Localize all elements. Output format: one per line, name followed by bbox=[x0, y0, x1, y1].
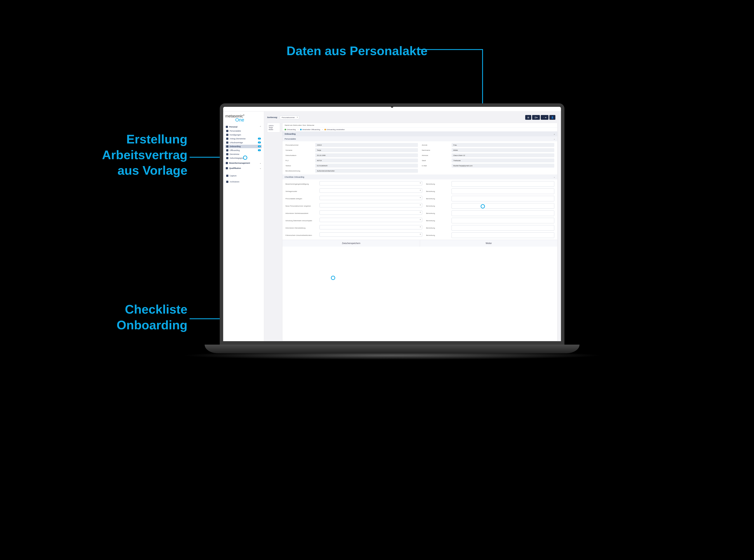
chk-note-4[interactable] bbox=[452, 211, 554, 216]
chk-label-6: Informieren Dienststellung bbox=[285, 225, 316, 231]
label-anrede: Anrede bbox=[422, 143, 448, 147]
sidebar-group-bewerber[interactable]: Bewerbermanagement ⌄ bbox=[225, 160, 262, 165]
chk-select-3[interactable] bbox=[319, 203, 422, 207]
label-personalnummer: Personalnummer bbox=[285, 143, 311, 147]
sidebar-item-personalakte[interactable]: Personalakte bbox=[225, 129, 262, 133]
sidebar-item-dienstreise[interactable]: Dienstreise bbox=[225, 153, 262, 156]
section-onboarding[interactable]: Onboarding⌄ bbox=[282, 132, 557, 136]
annotation-left: Erstellung Arbeitsvertrag aus Vorlage bbox=[67, 132, 187, 178]
chk-select-0[interactable] bbox=[319, 181, 422, 185]
sidebar-group-qualifikation[interactable]: Qualifikation ⌄ bbox=[225, 165, 262, 170]
input-personalnummer[interactable]: 22619 bbox=[315, 143, 418, 147]
chk-select-2[interactable] bbox=[319, 196, 422, 200]
menu-icon bbox=[226, 162, 228, 164]
side-handle-edit[interactable]: ✎ bbox=[561, 120, 564, 123]
toolbar-button-user[interactable]: 👤 bbox=[549, 115, 555, 120]
callout-circle-bottom bbox=[331, 276, 335, 280]
toolbar-button-list[interactable]: ☰▾ bbox=[532, 115, 540, 120]
label-vorname: Vorname bbox=[285, 148, 311, 152]
input-nachname[interactable]: Müller bbox=[452, 148, 554, 152]
capture-icon bbox=[226, 175, 229, 177]
chk-note-2[interactable] bbox=[452, 196, 554, 201]
chk-note-label-0: Bemerkung bbox=[426, 181, 448, 187]
chk-note-label-1: Bemerkung bbox=[426, 188, 448, 194]
input-anrede[interactable]: Frau bbox=[452, 143, 554, 147]
sidebar-item-onboarding[interactable]: Onboarding2 bbox=[225, 145, 262, 148]
sidebar-item-dienstreise-antrag[interactable]: Antrag Dienstreise1 bbox=[225, 137, 262, 140]
label-adresse: Adresse bbox=[422, 153, 448, 157]
label-nachname: Nachname bbox=[422, 148, 448, 152]
chk-note-0[interactable] bbox=[452, 181, 554, 187]
section-checklist[interactable]: Checkliste Onboarding⌄ bbox=[282, 175, 557, 179]
input-vorname[interactable]: Tanja bbox=[315, 148, 418, 152]
input-beruf[interactable]: Außendienstmitarbeiter bbox=[315, 169, 418, 173]
chk-note-1[interactable] bbox=[452, 188, 554, 194]
callout-circle-left bbox=[243, 156, 247, 160]
label-geburtsdatum: Geburtsdatum bbox=[285, 153, 311, 157]
menu-icon bbox=[226, 167, 228, 169]
chk-note-label-3: Bemerkung bbox=[426, 203, 448, 209]
chk-select-7[interactable] bbox=[319, 233, 422, 237]
badge: 1 bbox=[258, 138, 261, 140]
record-tag[interactable]: 22619 Tanja Müller bbox=[267, 123, 280, 133]
chk-select-5[interactable] bbox=[319, 218, 422, 222]
sidebar-item-urlaub[interactable]: Urlaubsanträge4 bbox=[225, 141, 262, 144]
chk-note-7[interactable] bbox=[452, 233, 554, 238]
toolbar-button-grid[interactable]: ⊞ bbox=[525, 115, 531, 120]
input-email[interactable]: MuellerTanja@ymail.com bbox=[452, 164, 554, 167]
input-adresse[interactable]: Claus-Ulsen 12 bbox=[452, 153, 554, 157]
main-header: Sortierung: Personalnummer ⊞ ☰▾ ⋯▾ 👤 bbox=[264, 114, 557, 121]
sidebar-item-archivieren[interactable]: Archivieren bbox=[225, 180, 262, 183]
label-plz: PLZ bbox=[285, 159, 311, 162]
sidebar-item-capture[interactable]: Capture bbox=[225, 174, 262, 178]
annotation-top: Daten aus Personalakte bbox=[286, 43, 428, 59]
input-stadt[interactable]: Theilsolar bbox=[452, 159, 554, 162]
sidebar-item-kuendigungen[interactable]: Kündigungen bbox=[225, 133, 262, 137]
chk-note-label-7: Bemerkung bbox=[426, 233, 448, 238]
calendar-icon bbox=[226, 141, 229, 144]
chk-label-1: Vertragsmuster bbox=[285, 188, 316, 194]
archive-icon bbox=[226, 181, 229, 183]
input-geburtsdatum[interactable]: 20.10.1990 bbox=[315, 153, 418, 157]
side-handle-status[interactable] bbox=[561, 124, 564, 127]
breadcrumb: Onboarding → Verarbeiter Offboarding → O… bbox=[282, 128, 557, 132]
dot-icon bbox=[300, 129, 302, 130]
save-button[interactable]: Zwischenspeichern bbox=[282, 240, 420, 247]
menu-icon bbox=[226, 126, 228, 128]
section-personalakte[interactable]: Personalakte⌄ bbox=[282, 136, 557, 141]
dot-icon bbox=[284, 129, 286, 130]
chk-note-3[interactable] bbox=[452, 203, 554, 209]
chk-note-label-4: Bemerkung bbox=[426, 211, 448, 216]
sort-label: Sortierung: bbox=[267, 116, 278, 118]
checklist-grid: Bewerbereingangsbestätigung Bemerkung Ve… bbox=[282, 179, 557, 240]
person-icon bbox=[226, 130, 229, 132]
sidebar: metasonic® One Personal ⌃ Personalakte K… bbox=[223, 112, 264, 341]
label-stadt: Stadt bbox=[422, 159, 448, 162]
chk-label-4: Informieren Vertriebsassistent bbox=[285, 211, 316, 216]
toolbar-button-menu[interactable]: ⋯▾ bbox=[541, 115, 549, 120]
label-beruf: Berufsbezeichnung bbox=[285, 169, 311, 173]
doc-icon bbox=[226, 134, 229, 136]
panel-header: Startet als Elektroniker Stok: Metasolar bbox=[282, 123, 557, 128]
chk-note-label-5: Bemerkung bbox=[426, 218, 448, 223]
input-plz[interactable]: 40719 bbox=[315, 159, 418, 162]
chk-select-4[interactable] bbox=[319, 211, 422, 215]
chk-note-5[interactable] bbox=[452, 218, 554, 223]
chk-note-6[interactable] bbox=[452, 225, 554, 231]
label-telefon: Telefon bbox=[285, 164, 311, 167]
offboard-icon bbox=[226, 149, 229, 152]
chk-select-1[interactable] bbox=[319, 188, 422, 193]
label-email: E-Mail bbox=[422, 164, 448, 167]
laptop-mockup: metasonic® One Personal ⌃ Personalakte K… bbox=[220, 103, 564, 345]
badge: 2 bbox=[258, 145, 261, 147]
chk-select-6[interactable] bbox=[319, 225, 422, 229]
next-button[interactable]: Weiter bbox=[420, 240, 557, 247]
chk-label-3: Neue Personalnummer vergeben bbox=[285, 203, 316, 209]
sidebar-item-offboarding[interactable]: Offboarding1 bbox=[225, 148, 262, 152]
badge: 1 bbox=[258, 149, 261, 151]
sort-select[interactable]: Personalnummer bbox=[280, 116, 299, 119]
chk-label-2: Personalakte anlegen bbox=[285, 196, 316, 201]
plane-icon bbox=[226, 138, 229, 140]
input-telefon[interactable]: 01721865425 bbox=[315, 164, 418, 167]
sidebar-group-personal[interactable]: Personal ⌃ bbox=[225, 124, 262, 129]
